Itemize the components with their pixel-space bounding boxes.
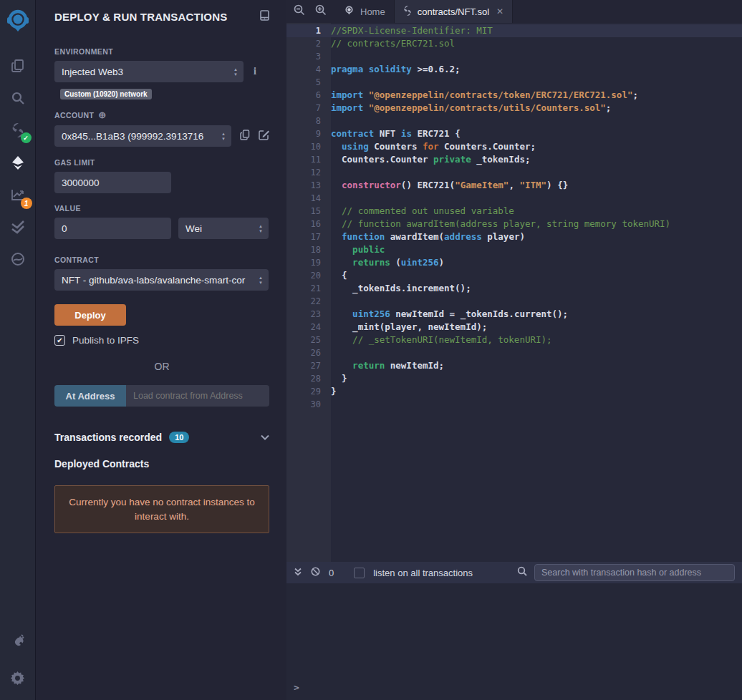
pending-tx-count: 0	[329, 568, 334, 578]
value-input[interactable]: 0	[54, 218, 171, 239]
code-line[interactable]: 26	[286, 346, 742, 359]
file-explorer-icon[interactable]	[0, 49, 36, 82]
select-stepper-icon: ▲▼	[259, 269, 263, 291]
contract-select[interactable]: NFT - github/ava-labs/avalanche-smart-co…	[54, 269, 269, 291]
code-line[interactable]: 5	[286, 76, 742, 89]
line-number: 8	[286, 115, 331, 127]
code-line[interactable]: 25 // _setTokenURI(newItemId, tokenURI);	[286, 334, 742, 346]
deploy-run-panel: DEPLOY & RUN TRANSACTIONS ENVIRONMENT In…	[36, 0, 286, 700]
listen-all-transactions-checkbox[interactable]	[354, 568, 365, 578]
code-line[interactable]: 1//SPDX-License-Identifier: MIT	[286, 24, 742, 37]
code-line[interactable]: 13 constructor() ERC721("GameItem", "ITM…	[286, 179, 742, 192]
code-line[interactable]: 27 return newItemId;	[286, 359, 742, 372]
chevron-down-icon[interactable]	[261, 433, 269, 442]
code-line[interactable]: 24 _mint(player, newItemId);	[286, 321, 742, 334]
at-address-button[interactable]: At Address	[54, 385, 126, 407]
line-number: 13	[286, 179, 331, 192]
code-line[interactable]: 14	[286, 192, 742, 205]
terminal-prompt: >	[294, 682, 299, 693]
deployed-contracts-label: Deployed Contracts	[54, 458, 269, 470]
line-number: 25	[286, 334, 331, 346]
terminal-output[interactable]: >	[286, 583, 742, 700]
analytics-icon[interactable]: 1	[0, 178, 36, 210]
zoom-out-icon[interactable]	[294, 4, 305, 19]
line-number: 18	[286, 243, 331, 256]
code-line[interactable]: 17 function awardItem(address player)	[286, 230, 742, 243]
code-text: constructor() ERC721("GameItem", "ITM") …	[331, 179, 568, 192]
code-line[interactable]: 18 public	[286, 243, 742, 256]
add-account-icon[interactable]: ⊕	[98, 110, 106, 120]
settings-gear-icon[interactable]	[0, 662, 36, 694]
tab-contracts-nft-sol[interactable]: contracts/NFT.sol ✕	[395, 0, 513, 23]
code-line[interactable]: 12	[286, 166, 742, 179]
code-text: import "@openzeppelin/contracts/utils/Co…	[331, 102, 611, 115]
code-line[interactable]: 16 // function awardItem(address player,…	[286, 218, 742, 230]
code-text: contract NFT is ERC721 {	[331, 127, 461, 140]
remix-logo[interactable]	[0, 4, 36, 37]
code-line[interactable]: 4pragma solidity >=0.6.2;	[286, 63, 742, 76]
deploy-run-icon[interactable]	[0, 146, 36, 178]
close-tab-icon[interactable]: ✕	[496, 6, 504, 16]
code-line[interactable]: 30	[286, 398, 742, 411]
search-icon[interactable]	[0, 82, 36, 114]
plugin-manager-icon[interactable]	[0, 624, 36, 656]
environment-select[interactable]: Injected Web3 ▲▼	[54, 61, 244, 82]
deploy-button[interactable]: Deploy	[54, 304, 126, 326]
icon-sidebar: ✓ 1	[0, 0, 36, 700]
code-editor[interactable]: 1//SPDX-License-Identifier: MIT2// contr…	[286, 23, 742, 562]
select-stepper-icon: ▲▼	[233, 61, 238, 82]
code-line[interactable]: 19 returns (uint256)	[286, 256, 742, 269]
line-number: 3	[286, 50, 331, 63]
solidity-compiler-icon[interactable]: ✓	[0, 114, 36, 146]
plugin-circle-icon[interactable]	[0, 243, 36, 275]
code-line[interactable]: 23 uint256 newItemId = _tokenIds.current…	[286, 308, 742, 321]
line-number: 28	[286, 372, 331, 385]
zoom-in-icon[interactable]	[315, 4, 327, 19]
code-line[interactable]: 10 using Counters for Counters.Counter;	[286, 140, 742, 153]
code-line[interactable]: 29}	[286, 385, 742, 398]
code-line[interactable]: 11 Counters.Counter private _tokenIds;	[286, 153, 742, 166]
line-number: 4	[286, 63, 331, 76]
line-number: 21	[286, 282, 331, 295]
tab-home[interactable]: Home	[335, 0, 395, 23]
documentation-icon[interactable]	[260, 10, 269, 24]
select-stepper-icon: ▲▼	[259, 218, 263, 239]
value-label: VALUE	[54, 204, 269, 213]
publish-ipfs-checkbox[interactable]: ✔	[54, 335, 65, 346]
code-line[interactable]: 2// contracts/ERC721.sol	[286, 37, 742, 50]
solidity-file-icon	[403, 6, 412, 18]
clear-pending-icon[interactable]	[311, 566, 320, 579]
code-text: function awardItem(address player)	[331, 230, 525, 243]
account-select[interactable]: 0x845...B1aB3 (999992.3913716 ▲▼	[54, 125, 231, 147]
gas-limit-input[interactable]: 3000000	[54, 172, 171, 193]
line-number: 30	[286, 398, 331, 411]
value-unit-select[interactable]: Wei ▲▼	[178, 218, 269, 239]
line-number: 24	[286, 321, 331, 334]
code-line[interactable]: 8	[286, 115, 742, 127]
line-number: 22	[286, 295, 331, 308]
unit-testing-icon[interactable]	[0, 210, 36, 243]
code-line[interactable]: 15 // commented out unused variable	[286, 205, 742, 218]
copy-account-icon[interactable]	[240, 130, 250, 143]
listen-all-transactions-label: listen on all transactions	[373, 568, 473, 578]
expand-terminal-icon[interactable]	[294, 566, 302, 579]
code-line[interactable]: 9contract NFT is ERC721 {	[286, 127, 742, 140]
code-line[interactable]: 22	[286, 295, 742, 308]
code-line[interactable]: 6import "@openzeppelin/contracts/token/E…	[286, 89, 742, 102]
code-text: // _setTokenURI(newItemId, tokenURI);	[331, 334, 552, 346]
code-line[interactable]: 20 {	[286, 269, 742, 282]
code-line[interactable]: 7import "@openzeppelin/contracts/utils/C…	[286, 102, 742, 115]
environment-info-icon[interactable]: i	[254, 66, 256, 77]
code-line[interactable]: 28 }	[286, 372, 742, 385]
edit-account-icon[interactable]	[259, 130, 269, 143]
at-address-input[interactable]	[126, 385, 269, 407]
line-number: 2	[286, 37, 331, 50]
code-text: _tokenIds.increment();	[331, 282, 471, 295]
code-text: public	[331, 243, 385, 256]
terminal-search-input[interactable]	[534, 564, 735, 581]
code-line[interactable]: 3	[286, 50, 742, 63]
code-line[interactable]: 21 _tokenIds.increment();	[286, 282, 742, 295]
no-instances-message: Currently you have no contract instances…	[54, 485, 269, 533]
line-number: 6	[286, 89, 331, 102]
line-number: 12	[286, 166, 331, 179]
